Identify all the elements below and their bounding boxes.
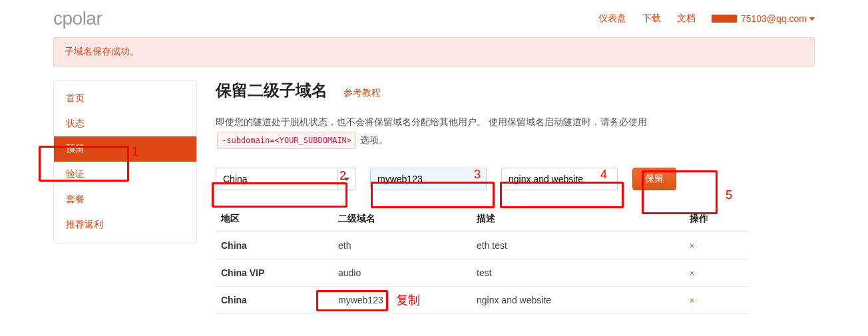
user-email-suffix: 75103@qq.com bbox=[741, 13, 807, 24]
region-select-wrap: China bbox=[216, 168, 355, 190]
cell-subdomain: myweb123 bbox=[333, 287, 471, 314]
delete-icon[interactable]: × bbox=[690, 269, 694, 278]
sidebar-item-verify[interactable]: 验证 bbox=[54, 162, 196, 187]
sidebar: 首页 状态 预留 验证 套餐 推荐返利 bbox=[53, 80, 197, 244]
reserve-form: China 保留 bbox=[216, 168, 748, 190]
top-nav: 仪表盘 下载 文档 75103@qq.com bbox=[598, 13, 815, 25]
desc-code-option: -subdomain=<YOUR_SUBDOMAIN> bbox=[217, 132, 356, 150]
col-description: 描述 bbox=[471, 206, 684, 232]
nav-download[interactable]: 下载 bbox=[642, 13, 661, 25]
user-email-redacted bbox=[712, 15, 737, 23]
col-subdomain: 二级域名 bbox=[333, 206, 471, 232]
main-content: 保留二级子域名 参考教程 即使您的隧道处于脱机状态，也不会将保留域名分配给其他用… bbox=[216, 80, 748, 314]
table-row: China myweb123 nginx and website × bbox=[216, 287, 748, 314]
delete-icon[interactable]: × bbox=[690, 242, 694, 251]
desc-text-prefix: 即使您的隧道处于脱机状态，也不会将保留域名分配给其他用户。 使用保留域名启动隧道… bbox=[216, 116, 647, 127]
sidebar-item-reserve[interactable]: 预留 bbox=[54, 136, 196, 162]
cell-description: eth test bbox=[471, 232, 684, 259]
page-title: 保留二级子域名 bbox=[216, 80, 327, 101]
table-row: China eth eth test × bbox=[216, 232, 748, 259]
subdomain-input[interactable] bbox=[370, 168, 487, 190]
col-region: 地区 bbox=[216, 206, 333, 232]
top-bar: cpolar 仪表盘 下载 文档 75103@qq.com bbox=[0, 0, 868, 37]
nav-docs[interactable]: 文档 bbox=[677, 13, 696, 25]
reserve-button[interactable]: 保留 bbox=[632, 168, 676, 190]
reserved-table: 地区 二级域名 描述 操作 China eth eth test × China… bbox=[216, 206, 748, 314]
nav-user-menu[interactable]: 75103@qq.com bbox=[712, 13, 815, 24]
region-select[interactable]: China bbox=[216, 168, 355, 190]
page-description: 即使您的隧道处于脱机状态，也不会将保留域名分配给其他用户。 使用保留域名启动隧道… bbox=[216, 113, 748, 149]
description-input[interactable] bbox=[501, 168, 618, 190]
brand-logo: cpolar bbox=[53, 8, 102, 29]
cell-subdomain: audio bbox=[333, 259, 471, 287]
cell-region: China bbox=[216, 232, 333, 259]
table-row: China VIP audio test × bbox=[216, 259, 748, 287]
cell-subdomain: eth bbox=[333, 232, 471, 259]
sidebar-item-home[interactable]: 首页 bbox=[54, 86, 196, 111]
sidebar-item-referral[interactable]: 推荐返利 bbox=[54, 212, 196, 238]
nav-dashboard[interactable]: 仪表盘 bbox=[598, 13, 626, 25]
delete-icon[interactable]: × bbox=[690, 296, 694, 305]
col-action: 操作 bbox=[684, 206, 748, 232]
sidebar-item-status[interactable]: 状态 bbox=[54, 111, 196, 136]
desc-text-suffix: 选项。 bbox=[360, 134, 388, 145]
alert-success: 子域名保存成功。 bbox=[53, 37, 815, 67]
sidebar-item-plan[interactable]: 套餐 bbox=[54, 187, 196, 212]
cell-description: nginx and website bbox=[471, 287, 684, 314]
cell-region: China bbox=[216, 287, 333, 314]
cell-region: China VIP bbox=[216, 259, 333, 287]
help-link[interactable]: 参考教程 bbox=[343, 87, 381, 99]
cell-description: test bbox=[471, 259, 684, 287]
chevron-down-icon bbox=[809, 17, 815, 21]
